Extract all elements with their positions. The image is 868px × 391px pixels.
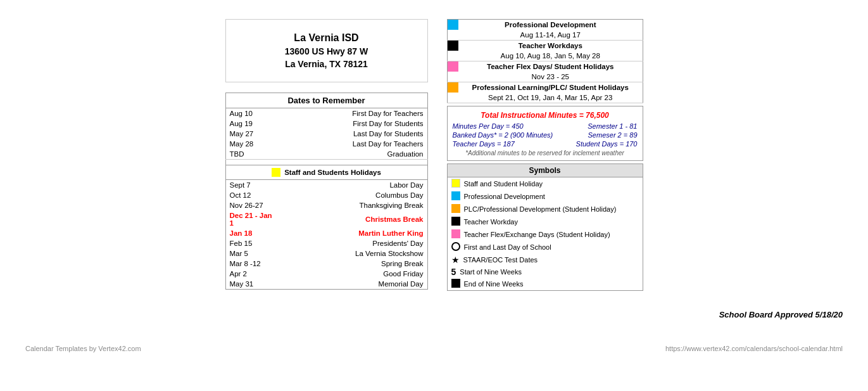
footer: Calendar Templates by Vertex42.com https… [13, 345, 855, 352]
holiday-row: May 31Memorial Day [225, 279, 427, 290]
footer-left: Calendar Templates by Vertex42.com [25, 345, 141, 352]
holiday-row: Dec 21 - Jan 1Christmas Break [225, 210, 427, 228]
holiday-date-cell: Mar 5 [225, 248, 276, 259]
symbol-icon [451, 229, 460, 240]
symbol-label: Teacher Flex/Exchange Days (Student Holi… [464, 231, 610, 238]
holiday-date-cell: Nov 26-27 [225, 200, 276, 210]
symbol-row: Teacher Workday [448, 215, 643, 228]
symbol-icon: 5 [451, 267, 456, 276]
student-days: Student Days = 170 [576, 140, 638, 148]
holiday-event-cell: Presidents' Day [276, 238, 427, 248]
dates-row: Aug 10First Day for Teachers [225, 108, 427, 119]
prof-dev-dates: Aug 11-14, Aug 17 [458, 30, 643, 41]
flex-days-header: Teacher Flex Days/ Student Holidays [458, 61, 643, 72]
footer-right: https://www.vertex42.com/calendars/schoo… [665, 345, 843, 352]
symbol-row: ★STAAR/EOC Test Dates [448, 253, 643, 266]
holiday-row: Feb 15Presidents' Day [225, 238, 427, 248]
holiday-event-cell: Columbus Day [276, 190, 427, 200]
holiday-event-cell: Spring Break [276, 259, 427, 269]
total-minutes: Total Instructional Minutes = 76,500 [450, 109, 640, 122]
date-cell: May 28 [225, 139, 276, 149]
holiday-date-cell: Feb 15 [225, 238, 276, 248]
holiday-date-cell: Sept 7 [225, 180, 276, 190]
holiday-event-cell: La Vernia Stockshow [276, 248, 427, 259]
symbol-row: Staff and Student Holiday [448, 177, 643, 190]
symbol-icon [451, 204, 460, 214]
holiday-row: Mar 8 -12Spring Break [225, 259, 427, 269]
holiday-date-cell: Dec 21 - Jan 1 [225, 210, 276, 228]
holiday-event-cell: Memorial Day [276, 279, 427, 290]
holiday-row: Oct 12Columbus Day [225, 190, 427, 200]
event-cell: First Day for Teachers [276, 108, 427, 119]
dates-row: TBDGraduation [225, 149, 427, 160]
dates-row: May 27Last Day for Students [225, 129, 427, 139]
yellow-color-indicator [272, 168, 280, 177]
symbol-label: First and Last Day of School [464, 243, 551, 251]
holiday-row: Nov 26-27Thanksgiving Break [225, 200, 427, 210]
symbol-icon [451, 242, 460, 252]
semester2: Semeser 2 = 89 [588, 131, 638, 139]
flex-days-dates: Nov 23 - 25 [458, 72, 643, 82]
holiday-event-cell: Thanksgiving Break [276, 200, 427, 210]
holiday-event-cell: Good Friday [276, 269, 427, 279]
date-cell: Aug 10 [225, 108, 276, 119]
holiday-event-cell: Christmas Break [276, 210, 427, 228]
school-address1: 13600 US Hwy 87 W [239, 46, 415, 56]
stats-section: Total Instructional Minutes = 76,500 Min… [447, 106, 643, 161]
school-header: La Vernia ISD 13600 US Hwy 87 W La Verni… [225, 19, 428, 82]
teacher-workdays-header: Teacher Workdays [458, 41, 643, 51]
symbol-label: Start of Nine Weeks [460, 268, 522, 276]
dates-header: Dates to Remember [225, 93, 427, 108]
holiday-row: Sept 7Labor Day [225, 180, 427, 190]
prof-dev-header: Professional Development [458, 20, 643, 30]
symbol-label: PLC/Professional Development (Student Ho… [464, 205, 617, 213]
plc-color [448, 83, 458, 92]
symbol-label: Professional Development [464, 193, 545, 200]
symbol-label: End of Nine Weeks [464, 280, 524, 288]
symbol-icon [451, 217, 460, 227]
holiday-event-cell: Martin Luther King [276, 228, 427, 238]
holiday-row: Jan 18Martin Luther King [225, 228, 427, 238]
symbol-row: PLC/Professional Development (Student Ho… [448, 203, 643, 215]
flex-days-color [448, 62, 458, 71]
holiday-row: Mar 5La Vernia Stockshow [225, 248, 427, 259]
symbol-label: STAAR/EOC Test Dates [463, 256, 538, 264]
holiday-date-cell: May 31 [225, 279, 276, 290]
teacher-workdays-dates: Aug 10, Aug 18, Jan 5, May 28 [458, 51, 643, 61]
holiday-date-cell: Oct 12 [225, 190, 276, 200]
holidays-header-label: Staff and Students Holidays [284, 169, 381, 176]
school-address2: La Vernia, TX 78121 [239, 59, 415, 69]
date-cell: Aug 19 [225, 119, 276, 129]
holiday-event-cell: Labor Day [276, 180, 427, 190]
symbol-row: 5Start of Nine Weeks [448, 266, 643, 278]
holidays-section-header: Staff and Students Holidays [226, 165, 427, 180]
holiday-date-cell: Apr 2 [225, 269, 276, 279]
plc-dates: Sept 21, Oct 19, Jan 4, Mar 15, Apr 23 [458, 93, 643, 103]
dates-row: Aug 19First Day for Students [225, 119, 427, 129]
event-cell: Last Day for Teachers [276, 139, 427, 149]
date-cell: TBD [225, 149, 276, 160]
plc-header: Professional Learning/PLC/ Student Holid… [458, 82, 643, 93]
symbol-row: Teacher Flex/Exchange Days (Student Holi… [448, 228, 643, 241]
minutes-per-day: Minutes Per Day = 450 [453, 122, 524, 130]
approved-text: School Board Approved 5/18/20 [13, 310, 855, 319]
prof-dev-color [448, 20, 458, 29]
semester1: Semester 1 - 81 [588, 122, 637, 130]
symbol-icon [451, 279, 460, 289]
school-name: La Vernia ISD [239, 32, 415, 44]
symbol-label: Staff and Student Holiday [464, 180, 543, 188]
symbols-header: Symbols [448, 164, 643, 177]
symbol-icon [451, 179, 460, 189]
inclement-note: *Additional minutes to be reserved for i… [450, 148, 640, 158]
symbol-icon [451, 191, 460, 202]
date-cell: May 27 [225, 129, 276, 139]
event-cell: Last Day for Students [276, 129, 427, 139]
dates-row: May 28Last Day for Teachers [225, 139, 427, 149]
teacher-days: Teacher Days = 187 [453, 140, 515, 148]
symbol-row: First and Last Day of School [448, 241, 643, 253]
holiday-row: Apr 2Good Friday [225, 269, 427, 279]
banked-days: Banked Days* = 2 (900 Minutes) [453, 131, 553, 139]
symbol-row: End of Nine Weeks [448, 278, 643, 290]
holiday-date-cell: Mar 8 -12 [225, 259, 276, 269]
legend-table: Professional Development Aug 11-14, Aug … [447, 19, 643, 103]
